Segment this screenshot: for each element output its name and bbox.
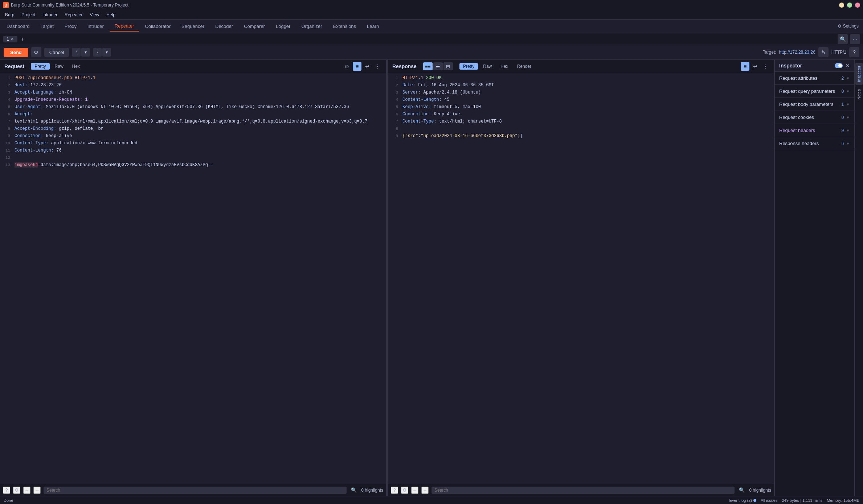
- tab-target[interactable]: Target: [36, 21, 59, 31]
- event-log[interactable]: Event log (2): [729, 498, 756, 503]
- more-options-button[interactable]: ⋯: [850, 34, 860, 44]
- repeater-tab-1[interactable]: 1 ✕: [3, 36, 17, 42]
- inspector-section-query-params[interactable]: Request query parameters 0 ▼: [775, 85, 854, 98]
- inspector-close-icon[interactable]: ✕: [846, 63, 850, 69]
- menu-intruder[interactable]: Intruder: [39, 12, 61, 18]
- all-issues[interactable]: All issues: [761, 498, 777, 503]
- edit-target-button[interactable]: ✎: [818, 47, 829, 57]
- request-tab-pretty[interactable]: Pretty: [31, 63, 49, 70]
- memory-info: Memory: 155.4MB: [827, 498, 859, 503]
- target-url[interactable]: http://172.28.23.26: [779, 50, 815, 55]
- tab-comparer[interactable]: Comparer: [239, 21, 270, 31]
- tab-extensions[interactable]: Extensions: [328, 21, 361, 31]
- tab-collaborator[interactable]: Collaborator: [140, 21, 176, 31]
- response-next-icon[interactable]: →: [421, 487, 429, 494]
- response-tab-hex[interactable]: Hex: [497, 63, 512, 70]
- bytes-info: 249 bytes | 1,111 millis: [782, 498, 822, 503]
- request-tab-raw[interactable]: Raw: [51, 63, 67, 70]
- request-search-input[interactable]: [44, 487, 347, 494]
- response-line-3: 3 Server: Apache/2.4.18 (Ubuntu): [388, 89, 774, 96]
- search-repeater-button[interactable]: 🔍: [838, 34, 848, 44]
- help-button[interactable]: ?: [849, 47, 859, 57]
- request-highlights-badge: 0 highlights: [361, 488, 383, 493]
- response-tab-render[interactable]: Render: [514, 63, 535, 70]
- settings-icon-button[interactable]: ⚙: [31, 47, 41, 57]
- request-code-area[interactable]: 1 POST /uploadbase64.php HTTP/1.1 2 Host…: [0, 73, 386, 484]
- inspector-toggle[interactable]: [835, 63, 843, 68]
- settings-button[interactable]: ⚙ Settings: [835, 22, 862, 30]
- view-mode-list-icon[interactable]: ☰: [433, 62, 443, 70]
- menu-burp[interactable]: Burp: [1, 12, 18, 18]
- event-dot-icon: [753, 499, 756, 502]
- chevron-down-icon: ▼: [846, 115, 850, 120]
- view-mode-grid-icon[interactable]: ⊞: [443, 62, 453, 70]
- response-tab-pretty[interactable]: Pretty: [459, 63, 478, 70]
- tab-decoder[interactable]: Decoder: [210, 21, 238, 31]
- response-settings-icon[interactable]: ⚙: [401, 487, 408, 494]
- request-tab-hex[interactable]: Hex: [69, 63, 83, 70]
- repeater-tab-bar: 1 ✕ + 🔍 ⋯: [0, 33, 863, 45]
- tab-close-icon[interactable]: ✕: [11, 37, 14, 41]
- response-search-input[interactable]: [432, 487, 735, 494]
- next-match-icon[interactable]: →: [33, 487, 41, 494]
- tab-learn[interactable]: Learn: [362, 21, 384, 31]
- inspector-title: Inspector: [779, 63, 832, 69]
- response-prev-icon[interactable]: ←: [411, 487, 418, 494]
- help-footer-icon[interactable]: ?: [3, 487, 10, 494]
- side-tab-notes[interactable]: Notes: [855, 86, 863, 103]
- response-code-area[interactable]: 1 HTTP/1.1 200 OK 2 Date: Fri, 16 Aug 20…: [388, 73, 774, 484]
- inspector-section-body-params[interactable]: Request body parameters 1 ▼: [775, 98, 854, 111]
- response-tab-raw[interactable]: Raw: [479, 63, 495, 70]
- chevron-down-icon: ▼: [846, 89, 850, 94]
- next-dropdown-button[interactable]: ▾: [102, 48, 111, 57]
- tab-sequencer[interactable]: Sequencer: [176, 21, 209, 31]
- request-line-13: 13 imgbase64=data:image/php;base64,PDSwa…: [0, 162, 386, 169]
- more-tools-icon[interactable]: ⋮: [373, 62, 382, 71]
- menu-view[interactable]: View: [86, 12, 103, 18]
- inspector-section-response-headers[interactable]: Response headers 6 ▼: [775, 137, 854, 150]
- send-button[interactable]: Send: [4, 48, 28, 57]
- chevron-down-icon: ▼: [846, 128, 850, 133]
- inspector-section-cookies[interactable]: Request cookies 0 ▼: [775, 111, 854, 124]
- close-button[interactable]: [855, 3, 860, 8]
- word-wrap-icon[interactable]: ↩: [363, 62, 372, 71]
- tab-logger[interactable]: Logger: [271, 21, 295, 31]
- menu-bar: Burp Project Intruder Repeater View Help: [0, 10, 863, 20]
- inspector-section-request-headers[interactable]: Request headers 9 ▼: [775, 124, 854, 137]
- minimize-button[interactable]: [839, 3, 844, 8]
- response-pretty-icon[interactable]: ≡: [741, 62, 749, 71]
- request-search-button[interactable]: 🔍: [349, 487, 358, 493]
- tab-repeater[interactable]: Repeater: [110, 21, 139, 32]
- inspector-section-request-attributes[interactable]: Request attributes 2 ▼: [775, 72, 854, 85]
- chevron-down-icon: ▼: [846, 102, 850, 107]
- tab-proxy[interactable]: Proxy: [60, 21, 82, 31]
- chevron-down-icon: ▼: [846, 141, 850, 146]
- settings-footer-icon[interactable]: ⚙: [13, 487, 20, 494]
- prev-match-icon[interactable]: ←: [23, 487, 30, 494]
- request-line-3: 3 Accept-Language: zh-CN: [0, 89, 386, 96]
- response-search-button[interactable]: 🔍: [737, 487, 746, 493]
- view-mode-pretty-icon[interactable]: ≡≡: [423, 62, 433, 70]
- response-wrap-icon[interactable]: ↩: [751, 62, 760, 71]
- next-button[interactable]: ›: [93, 48, 102, 57]
- no-intercept-icon[interactable]: ⊘: [343, 62, 351, 71]
- prev-dropdown-button[interactable]: ▾: [81, 48, 90, 57]
- prev-button[interactable]: ‹: [72, 48, 81, 57]
- response-view-tabs: Pretty Raw Hex Render: [459, 63, 535, 70]
- tab-intruder[interactable]: Intruder: [82, 21, 109, 31]
- http-version: HTTP/1: [831, 50, 846, 55]
- pretty-format-icon[interactable]: ≡: [353, 62, 361, 71]
- cancel-button[interactable]: Cancel: [44, 48, 69, 57]
- menu-project[interactable]: Project: [18, 12, 38, 18]
- title-bar: B Burp Suite Community Edition v2024.5.5…: [0, 0, 863, 10]
- menu-help[interactable]: Help: [103, 12, 119, 18]
- maximize-button[interactable]: [847, 3, 852, 8]
- tab-organizer[interactable]: Organizer: [296, 21, 327, 31]
- side-tab-inspector[interactable]: Inspector: [855, 63, 863, 85]
- tab-dashboard[interactable]: Dashboard: [1, 21, 35, 31]
- add-tab-button[interactable]: +: [19, 36, 26, 43]
- response-help-icon[interactable]: ?: [391, 487, 398, 494]
- status-done: Done: [4, 498, 13, 503]
- response-more-icon[interactable]: ⋮: [761, 62, 770, 71]
- menu-repeater[interactable]: Repeater: [61, 12, 86, 18]
